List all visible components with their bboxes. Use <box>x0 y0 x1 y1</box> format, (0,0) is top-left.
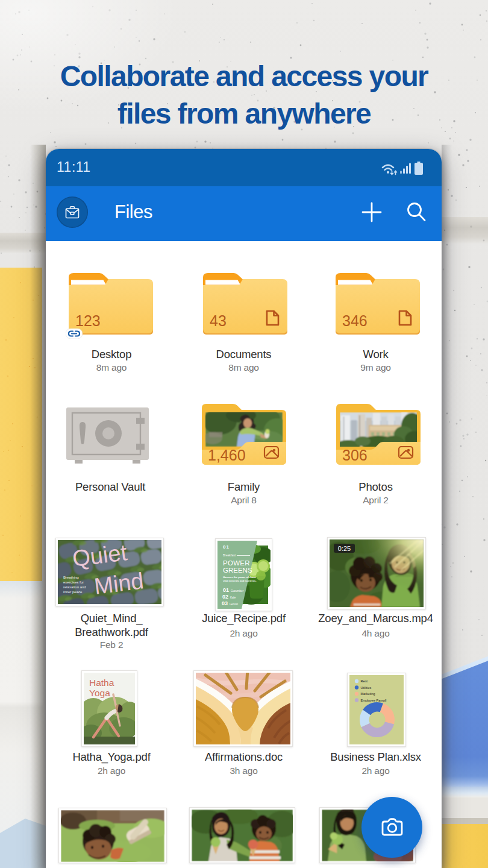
svg-text:Harness the power of those: Harness the power of those <box>223 576 257 579</box>
svg-text:vital minerals and nutrients.: vital minerals and nutrients. <box>223 579 257 582</box>
svg-text:346: 346 <box>342 312 368 329</box>
svg-text:306: 306 <box>342 447 368 464</box>
svg-text:43: 43 <box>210 312 227 329</box>
svg-text:03: 03 <box>222 600 228 606</box>
svg-text:Cucumber: Cucumber <box>231 590 244 593</box>
svg-text:01: 01 <box>223 544 230 550</box>
svg-text:POWER: POWER <box>223 559 250 567</box>
svg-text:exercises for: exercises for <box>63 580 84 584</box>
svg-text:Hatha: Hatha <box>89 678 114 688</box>
svg-text:Marketing: Marketing <box>361 692 375 696</box>
svg-text:relaxation and: relaxation and <box>63 585 86 589</box>
svg-text:Utilities: Utilities <box>361 686 372 690</box>
svg-text:GREENS: GREENS <box>223 567 252 574</box>
svg-text:01: 01 <box>223 587 229 593</box>
svg-text:Breakfast: Breakfast <box>223 553 236 557</box>
svg-text:02: 02 <box>222 594 228 600</box>
svg-text:Kale: Kale <box>230 596 236 599</box>
svg-text:123: 123 <box>75 312 101 329</box>
svg-text:Rent: Rent <box>361 679 368 683</box>
svg-text:Yoga: Yoga <box>89 688 110 698</box>
svg-text:Lemon: Lemon <box>230 603 238 606</box>
svg-text:inner peace: inner peace <box>63 590 83 594</box>
svg-text:1,460: 1,460 <box>208 447 246 464</box>
svg-text:Breathing: Breathing <box>63 576 79 579</box>
svg-text:0:25: 0:25 <box>338 545 351 552</box>
svg-text:Employee Payroll: Employee Payroll <box>361 699 387 702</box>
